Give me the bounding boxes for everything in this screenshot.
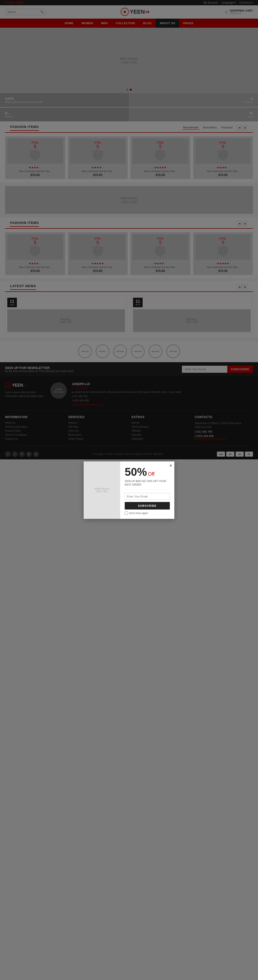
- popup-overlay: × News Banner 389 x 454 50% Off SIGN UP …: [0, 0, 258, 460]
